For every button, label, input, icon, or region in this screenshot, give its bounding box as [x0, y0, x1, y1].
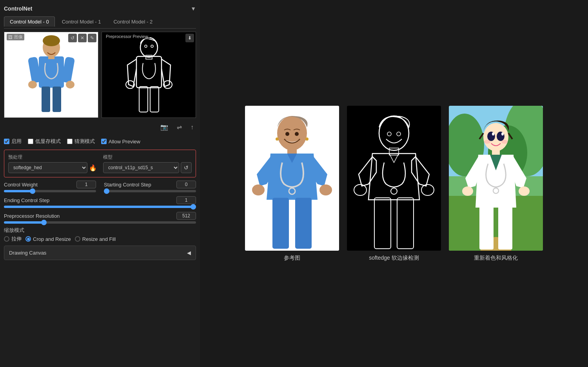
radio-fill[interactable]: Resize and Fill: [75, 236, 116, 242]
model-label: 模型: [103, 154, 192, 161]
svg-rect-8: [42, 87, 50, 112]
image-icon: 🖼: [8, 35, 13, 40]
ending-step-slider[interactable]: [4, 206, 196, 208]
checkboxes-row: 启用 低显存模式 猜测模式 Allow Preview: [4, 136, 196, 146]
right-panel: 参考图: [200, 0, 588, 367]
preprocessor-res-row: Preprocessor Resolution 512: [4, 212, 196, 224]
preprocessor-image-label: Preprocessor Preview: [104, 34, 150, 39]
gallery-image-1: [245, 106, 339, 251]
svg-point-60: [501, 132, 504, 136]
panel-collapse-arrow[interactable]: ▼: [191, 5, 196, 12]
dual-slider-row: Control Weight 1 Starting Control Step 0: [4, 181, 196, 192]
anime-svg: [449, 106, 543, 251]
control-weight-slider[interactable]: [4, 190, 96, 192]
low-vram-checkbox-item[interactable]: 低显存模式: [28, 138, 61, 145]
allow-preview-checkbox-item[interactable]: Allow Preview: [101, 139, 140, 145]
preprocessor-label: 预处理: [8, 154, 97, 161]
tab-control-model-1[interactable]: Control Model - 1: [56, 16, 107, 27]
drawing-canvas-label: Drawing Canvas: [9, 250, 46, 256]
svg-point-53: [519, 186, 530, 196]
radio-crop-circle: [25, 236, 31, 242]
gallery-caption-3: 重新着色和风格化: [474, 255, 518, 262]
preprocessor-res-label: Preprocessor Resolution: [4, 213, 60, 219]
allow-preview-checkbox[interactable]: [101, 139, 107, 144]
preprocessor-res-header: Preprocessor Resolution 512: [4, 212, 196, 220]
svg-point-26: [319, 184, 332, 195]
tab-control-model-0[interactable]: Control Model - 0: [4, 16, 55, 27]
model-col: 模型 control_v11p_sd15_s ↺: [103, 154, 192, 173]
model-refresh-btn[interactable]: ↺: [181, 162, 192, 173]
control-weight-value: 1: [76, 181, 96, 188]
ending-step-label: Ending Control Step: [4, 197, 49, 203]
gallery-image-2: [347, 106, 441, 251]
enable-checkbox-item[interactable]: 启用: [4, 138, 22, 145]
panel-header: ControlNet ▼: [4, 4, 196, 13]
svg-point-61: [484, 140, 490, 144]
swap-tool-btn[interactable]: ⇌: [174, 123, 184, 132]
reference-photo: [245, 106, 339, 251]
nurse-source-image: [4, 32, 98, 118]
zoom-mode-section: 缩放模式 拉伸 Crop and Resize Resize and Fill: [4, 227, 196, 242]
svg-point-62: [501, 140, 508, 144]
download-preprocessor-btn[interactable]: ⬇: [185, 34, 194, 42]
left-panel: ControlNet ▼ Control Model - 0 Control M…: [0, 0, 200, 367]
preprocessor-res-slider[interactable]: [4, 221, 196, 224]
tab-control-model-2[interactable]: Control Model - 2: [108, 16, 158, 27]
tabs-row: Control Model - 0 Control Model - 1 Cont…: [4, 16, 196, 29]
zoom-mode-radio-group: 拉伸 Crop and Resize Resize and Fill: [4, 235, 196, 242]
source-image-controls: ↺ ✕ ✎: [68, 34, 96, 42]
enable-checkbox[interactable]: [4, 139, 9, 144]
gallery-item-3: 重新着色和风格化: [449, 106, 543, 262]
preprocessor-image-controls: ⬇: [185, 34, 194, 42]
starting-step-col: Starting Control Step 0: [104, 181, 196, 192]
refresh-image-btn[interactable]: ↺: [68, 34, 77, 42]
control-weight-label: Control Weight: [4, 182, 38, 188]
drawing-canvas-arrow: ◀: [187, 250, 191, 256]
model-row: 预处理 softedge_hed 🔥 模型 control_v11p_sd15_…: [8, 154, 192, 173]
svg-point-33: [305, 137, 309, 141]
gallery-image-3: [449, 106, 543, 251]
svg-point-31: [295, 132, 299, 136]
low-vram-checkbox[interactable]: [28, 139, 33, 144]
radio-stretch-circle: [4, 236, 9, 242]
svg-point-59: [492, 132, 494, 136]
svg-rect-11: [122, 34, 176, 116]
gallery-item-2: softedge 软边缘检测: [347, 106, 441, 262]
svg-rect-9: [53, 87, 61, 112]
starting-step-slider[interactable]: [104, 190, 196, 192]
control-weight-header: Control Weight 1: [4, 181, 96, 188]
radio-crop[interactable]: Crop and Resize: [25, 236, 71, 242]
model-select-row: control_v11p_sd15_s ↺: [103, 162, 192, 173]
edit-image-btn[interactable]: ✎: [88, 34, 96, 42]
svg-rect-54: [479, 206, 494, 249]
model-select[interactable]: control_v11p_sd15_s: [103, 162, 179, 173]
starting-step-label: Starting Control Step: [104, 182, 151, 188]
close-image-btn[interactable]: ✕: [78, 34, 87, 42]
starting-step-header: Starting Control Step 0: [104, 181, 196, 188]
guess-mode-checkbox-item[interactable]: 猜测模式: [67, 138, 95, 145]
preprocessor-col: 预处理 softedge_hed 🔥: [8, 154, 97, 173]
camera-tool-btn[interactable]: 📷: [158, 123, 171, 132]
svg-rect-3: [39, 56, 64, 88]
preprocessor-fire-btn[interactable]: 🔥: [89, 164, 97, 172]
source-image-box[interactable]: 🖼 图像 ↺ ✕ ✎: [4, 32, 98, 118]
source-image-label: 🖼 图像: [7, 34, 24, 40]
svg-rect-10: [48, 55, 54, 59]
radio-fill-circle: [75, 236, 80, 242]
guess-mode-checkbox[interactable]: [67, 139, 73, 144]
ending-step-header: Ending Control Step 1: [4, 196, 196, 204]
svg-rect-27: [272, 198, 289, 249]
svg-point-7: [66, 81, 74, 89]
preprocessor-res-value: 512: [176, 212, 196, 220]
outline-figure-svg: [122, 34, 176, 116]
drawing-canvas-row[interactable]: Drawing Canvas ◀: [4, 246, 196, 260]
radio-stretch[interactable]: 拉伸: [4, 235, 22, 242]
upload-tool-btn[interactable]: ↑: [188, 123, 196, 132]
tools-row: 📷 ⇌ ↑: [4, 121, 196, 133]
softedge-image: [347, 106, 441, 251]
svg-point-52: [462, 186, 473, 196]
preprocessor-image-box[interactable]: Preprocessor Preview ⬇: [102, 32, 196, 118]
control-weight-col: Control Weight 1: [4, 181, 96, 192]
preprocessor-select[interactable]: softedge_hed: [8, 162, 87, 173]
images-row: 🖼 图像 ↺ ✕ ✎: [4, 32, 196, 118]
